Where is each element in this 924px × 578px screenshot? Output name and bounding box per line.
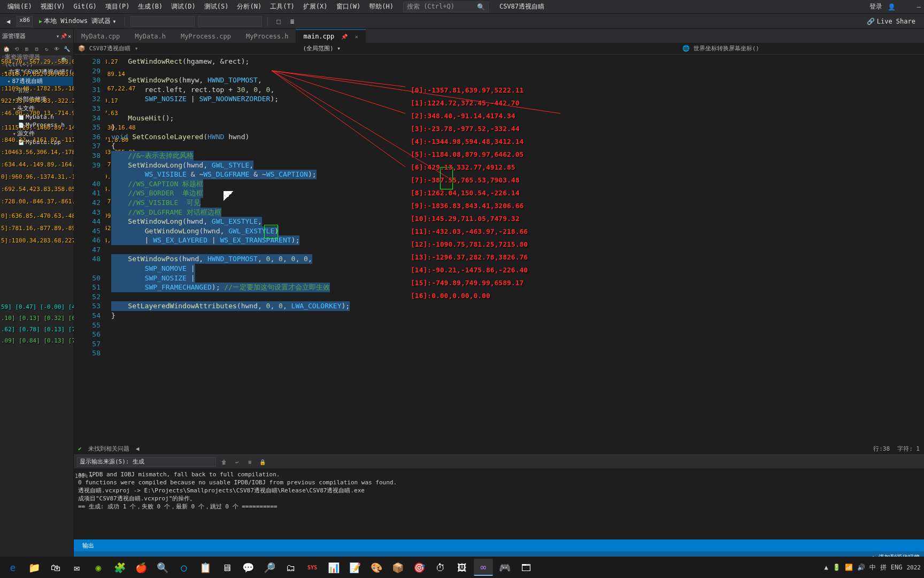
taskbar-app-icon[interactable]: 🎮 — [495, 559, 514, 576]
menu-item[interactable]: 视图(V) — [36, 1, 70, 12]
taskbar-app-icon[interactable]: 🧩 — [110, 559, 129, 576]
taskbar-app-icon[interactable]: 🎯 — [410, 559, 429, 576]
taskbar-edge-icon[interactable]: e — [3, 559, 22, 576]
refs-node[interactable]: ▸引用 — [0, 86, 73, 95]
liveshare-button[interactable]: 🔗 Live Share — [867, 18, 915, 25]
scope-dropdown[interactable]: (全局范围) ▾ — [303, 44, 341, 52]
breadcrumb-project[interactable]: 📦 CSV87透视自瞄 — [78, 44, 130, 52]
src-folder[interactable]: ▾源文件 — [0, 129, 73, 138]
tray-icon[interactable]: 中 — [869, 563, 876, 572]
output-tab-button[interactable]: 输出 — [78, 541, 98, 551]
menu-item[interactable]: 生成(B) — [134, 1, 167, 12]
clear-icon[interactable]: 🗑 — [219, 457, 229, 467]
dropdown-icon[interactable]: ▾ — [56, 33, 59, 39]
output-source-dropdown[interactable]: 显示输出来源(S): 生成 — [77, 457, 216, 467]
menu-item[interactable]: 窗口(W) — [332, 1, 365, 12]
menu-item[interactable]: 扩展(X) — [299, 1, 332, 12]
menu-item[interactable]: 帮助(H) — [365, 1, 398, 12]
thread-dropdown[interactable] — [198, 16, 262, 27]
taskbar-app-icon[interactable]: 🔎 — [260, 559, 279, 576]
line-indicator[interactable]: 行:38 — [873, 445, 890, 453]
file-node[interactable]: 📄MyProcess.h — [0, 121, 73, 129]
menu-item[interactable]: 工具(T) — [266, 1, 299, 12]
solution-search[interactable]: 案资源管理器(Ctrl+;)🔍 — [2, 56, 71, 65]
platform-dropdown[interactable]: x86 — [17, 16, 33, 27]
taskbar-app-icon[interactable]: 🔍 — [153, 559, 172, 576]
taskbar-app-icon[interactable]: 🖼 — [452, 559, 472, 576]
list-icon[interactable]: ≣ — [245, 457, 255, 467]
collapse-icon[interactable]: ⊟ — [33, 44, 41, 53]
tab[interactable]: MyData.h — [127, 30, 173, 43]
pin-icon[interactable]: 📌 — [60, 33, 67, 39]
taskbar-store-icon[interactable]: 🛍 — [46, 559, 65, 576]
taskbar-app-icon[interactable]: 🖥 — [217, 559, 236, 576]
menu-item[interactable]: 调试(D) — [167, 1, 200, 12]
file-node[interactable]: 📄MyData.h — [0, 113, 73, 121]
show-icon[interactable]: 👁 — [52, 44, 61, 53]
taskbar-app-icon[interactable]: 📦 — [388, 559, 407, 576]
tray-icon[interactable]: 🔋 — [833, 564, 841, 571]
taskbar-vs-icon[interactable]: ∞ — [474, 559, 493, 576]
toolbar-icon[interactable]: ⬚ — [273, 17, 283, 26]
ext-node[interactable]: ▸外部依赖项 — [0, 95, 73, 104]
home-icon[interactable]: 🏠 — [2, 44, 11, 53]
taskbar-app-icon[interactable]: 🍎 — [132, 559, 151, 576]
taskbar-app-icon[interactable]: 🗂 — [281, 559, 301, 576]
menu-item[interactable]: Git(G) — [69, 1, 101, 12]
tab[interactable]: MyProcess.cpp — [173, 30, 238, 43]
solution-node[interactable]: ▸方案"CSV87透视自瞄"(1 个项 — [0, 67, 73, 77]
login-button[interactable]: 登录 — [869, 2, 882, 11]
zoom-control[interactable]: 100% ▾ — [75, 473, 93, 479]
tray-icon[interactable]: ▲ — [825, 564, 828, 571]
tab[interactable]: MyData.cpp — [74, 30, 127, 43]
tray-icon[interactable]: 🔊 — [857, 564, 865, 571]
system-tray[interactable]: ▲🔋📶🔊中拼ENG2022 — [825, 563, 921, 572]
lock-icon[interactable]: 🔒 — [258, 457, 267, 467]
tab[interactable]: main.cpp 📌 ✕ — [296, 29, 365, 43]
taskbar-app-icon[interactable]: 📝 — [345, 559, 365, 576]
sync-icon[interactable]: ⟲ — [12, 44, 21, 53]
menu-item[interactable]: 分析(N) — [233, 1, 266, 12]
solution-tree[interactable]: ▸方案"CSV87透视自瞄"(1 个项 ▾87透视自瞄 ▸引用 ▸外部依赖项 ▾… — [0, 66, 73, 147]
taskbar[interactable]: e 📁 🛍 ✉ ◉ 🧩 🍎 🔍 ◯ 📋 🖥 💬 🔎 🗂 SYS 📊 📝 🎨 📦 … — [0, 557, 924, 578]
close-tab-icon[interactable]: ✕ — [355, 34, 358, 40]
taskbar-app-icon[interactable]: 💬 — [238, 559, 258, 576]
process-dropdown[interactable] — [130, 16, 195, 27]
tray-time[interactable]: 2022 — [907, 564, 921, 571]
wrap-icon[interactable]: ↩ — [232, 457, 242, 467]
refresh-icon[interactable]: ↻ — [42, 44, 51, 53]
taskbar-app-icon[interactable]: ◉ — [89, 559, 108, 576]
taskbar-app-icon[interactable]: 📊 — [324, 559, 343, 576]
pin-icon[interactable]: 📌 — [341, 34, 348, 40]
code-editor[interactable]: 2829303132333435363738394041424344454647… — [74, 55, 924, 443]
menu-item[interactable]: 编辑(E) — [3, 1, 36, 12]
tool-icon[interactable]: 🔧 — [63, 44, 71, 53]
menu-item[interactable]: 项目(P) — [101, 1, 134, 12]
debug-start-button[interactable]: ▶本地 Windows 调试器 ▾ — [36, 16, 119, 27]
tab[interactable]: MyProcess.h — [238, 30, 296, 43]
output-text[interactable]: as IPDB and IOBJ mismatch, fall back to … — [74, 468, 924, 539]
tray-icon[interactable]: 📶 — [845, 564, 853, 571]
taskbar-app-icon[interactable]: ⏱ — [431, 559, 450, 576]
char-indicator[interactable]: 字符: 1 — [897, 445, 920, 453]
search-input[interactable]: 搜索 (Ctrl+Q) 🔍 — [403, 2, 489, 12]
close-icon[interactable]: ✕ — [68, 33, 71, 39]
taskbar-app-icon[interactable]: 📋 — [196, 559, 215, 576]
function-dropdown[interactable]: 🌐 世界坐标转换屏幕坐标() — [682, 44, 759, 52]
toolbar-icon[interactable]: ≣ — [287, 17, 297, 26]
project-node[interactable]: ▾87透视自瞄 — [0, 77, 73, 86]
user-icon[interactable]: 👤 — [888, 3, 896, 11]
file-node[interactable]: 📄MyData.cpp — [0, 138, 73, 146]
minimize-button[interactable]: — — [917, 3, 921, 11]
taskbar-app-icon[interactable]: 🎨 — [367, 559, 386, 576]
code-content[interactable]: ↖ [0]:-1357.81,639.97,5222.11[1]:1224.72… — [106, 55, 924, 443]
tray-icon[interactable]: 拼 — [880, 563, 887, 572]
taskbar-mail-icon[interactable]: ✉ — [67, 559, 87, 576]
expand-icon[interactable]: ⊞ — [22, 44, 31, 53]
menu-item[interactable]: 测试(S) — [200, 1, 233, 12]
nav-back-button[interactable]: ◀ — [3, 17, 13, 26]
taskbar-sys-icon[interactable]: SYS — [303, 559, 322, 576]
nav-prev[interactable]: ◀ — [136, 445, 140, 452]
tray-icon[interactable]: ENG — [891, 564, 903, 571]
hdr-folder[interactable]: ▾头文件 — [0, 104, 73, 113]
